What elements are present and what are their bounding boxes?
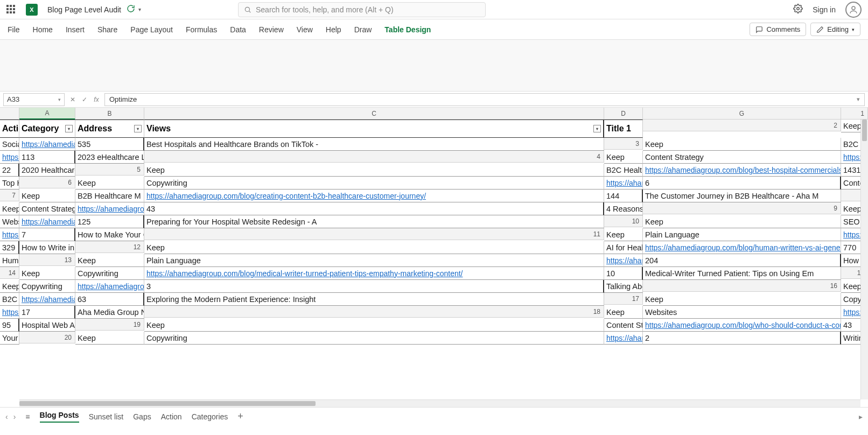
document-name[interactable]: Blog Page Level Audit: [47, 5, 121, 14]
account-avatar[interactable]: [845, 2, 862, 18]
sign-in-link[interactable]: Sign in: [813, 5, 836, 14]
hyperlink[interactable]: https://ahamediagroup.com/blog/writing-s…: [606, 334, 643, 342]
formula-input[interactable]: Optimize ▾: [104, 93, 865, 106]
cell-address[interactable]: https://ahamediagroup.com/blog/how-to-ma…: [0, 228, 19, 241]
cell-action[interactable]: Keep: [0, 202, 19, 215]
cell-action[interactable]: Keep: [144, 319, 604, 332]
sheet-nav-prev-icon[interactable]: ‹: [5, 412, 8, 421]
cell-category[interactable]: Websites: [643, 306, 841, 319]
row-header-3[interactable]: 3: [604, 138, 643, 150]
cell-address[interactable]: https://ahamediagroup.com/blog/hospital-…: [19, 215, 75, 228]
row-header-17[interactable]: 17: [604, 293, 643, 305]
cell-action[interactable]: Keep: [75, 177, 144, 190]
cell-category[interactable]: Content Strategy: [604, 319, 643, 332]
settings-icon[interactable]: [793, 4, 803, 15]
hyperlink[interactable]: https://ahamediagroup.com/blog/content-e…: [606, 179, 643, 187]
cell-category[interactable]: B2C Healthcare M: [604, 164, 643, 177]
tab-help[interactable]: Help: [326, 25, 341, 34]
expand-formula-icon[interactable]: ▾: [857, 96, 860, 103]
cell-category[interactable]: Websites: [0, 215, 19, 228]
tab-data[interactable]: Data: [230, 25, 246, 34]
cell-action[interactable]: Keep: [144, 164, 604, 177]
row-header-10[interactable]: 10: [604, 215, 643, 227]
tab-home[interactable]: Home: [33, 25, 53, 34]
table-header[interactable]: Views▾: [144, 120, 604, 138]
cell-category[interactable]: Social Media: [0, 138, 19, 151]
cell-views[interactable]: 113: [19, 151, 75, 164]
cell-title[interactable]: Human-Written vs. AI-Generated Healthcar…: [0, 254, 19, 267]
cell-views[interactable]: 10: [604, 267, 643, 280]
hyperlink[interactable]: https://ahamediagroup.com/blog/medical-w…: [146, 269, 463, 278]
tab-share[interactable]: Share: [97, 25, 117, 34]
cell-title[interactable]: How to Write in Plain Language - Aha Med…: [19, 241, 75, 254]
row-header-4[interactable]: 4: [144, 151, 604, 163]
cell-category[interactable]: B2B Healthcare M: [75, 190, 144, 202]
row-header-13[interactable]: 13: [19, 254, 75, 266]
fx-icon[interactable]: fx: [92, 95, 101, 104]
hyperlink[interactable]: https://ahamediagroup.com/blog/human-wri…: [645, 243, 841, 252]
cell-title[interactable]: 2023 eHealthcare Leadership Awards - Aha…: [75, 151, 144, 164]
cell-address[interactable]: https://ahamediagroup.com/blog/best-hosp…: [643, 164, 841, 177]
cell-category[interactable]: AI for Healthcare: [604, 241, 643, 254]
chevron-down-icon[interactable]: ▾: [138, 6, 141, 12]
accept-formula-icon[interactable]: ✓: [80, 95, 89, 104]
cell-views[interactable]: 7: [19, 228, 75, 241]
row-header-9[interactable]: 9: [643, 202, 841, 214]
column-header-B[interactable]: B: [75, 108, 144, 120]
cell-title[interactable]: The Customer Journey in B2B Healthcare -…: [643, 190, 841, 202]
hyperlink[interactable]: https://ahamediagroup.com/blog/best-hosp…: [645, 166, 841, 174]
cell-category[interactable]: Copywriting: [75, 267, 144, 280]
cell-views[interactable]: 329: [0, 241, 19, 254]
cell-category[interactable]: Copywriting: [144, 177, 604, 190]
cell-views[interactable]: 535: [75, 138, 144, 151]
cell-action[interactable]: Keep: [643, 215, 841, 228]
row-header-12[interactable]: 12: [75, 241, 144, 253]
hyperlink[interactable]: https://ahamediagroup.com/blog/creating-…: [146, 192, 426, 200]
hyperlink[interactable]: https://ahamediagroup.com/blog/importanc…: [606, 256, 643, 265]
cell-title[interactable]: Exploring the Modern Patient Experience:…: [144, 293, 604, 306]
cell-action[interactable]: Keep: [0, 280, 19, 293]
cell-address[interactable]: https://ahamediagroup.com/blog/importanc…: [604, 254, 643, 267]
cell-title[interactable]: Top Hospital Commercials of the Year - A…: [0, 177, 19, 190]
save-status-icon[interactable]: [127, 4, 135, 15]
name-box[interactable]: A33 ▾: [3, 93, 65, 106]
sheet-tab-categories[interactable]: Categories: [192, 412, 228, 421]
row-header-2[interactable]: 2: [643, 120, 841, 131]
cell-title[interactable]: 2020 Healthcare Internet Hall of Fame In…: [19, 164, 75, 177]
cell-action[interactable]: Keep: [604, 228, 643, 241]
sheet-tab-action[interactable]: Action: [161, 412, 182, 421]
cell-address[interactable]: https://ahamediagroup.com/blog/content-e…: [604, 177, 643, 190]
row-header-1[interactable]: 1: [841, 108, 868, 120]
cell-address[interactable]: https://ahamediagroup.com/blog/10-health…: [19, 138, 75, 151]
cell-views[interactable]: 125: [75, 215, 144, 228]
cell-views[interactable]: 6: [643, 177, 841, 190]
tab-draw[interactable]: Draw: [354, 25, 372, 34]
filter-dropdown-icon[interactable]: ▾: [134, 125, 142, 132]
cell-address[interactable]: https://ahamediagroup.com/blog/2023-ehea…: [0, 151, 19, 164]
cell-action[interactable]: Keep: [643, 138, 841, 151]
comments-button[interactable]: Comments: [750, 23, 806, 36]
cell-views[interactable]: 63: [75, 293, 144, 306]
cell-address[interactable]: https://ahamediagroup.com/blog/todays-pa…: [19, 293, 75, 306]
cell-category[interactable]: B2C Healthcare M: [0, 293, 19, 306]
select-all-corner[interactable]: [0, 108, 19, 120]
tab-table-design[interactable]: Table Design: [384, 25, 431, 34]
cell-views[interactable]: 144: [604, 190, 643, 202]
cell-address[interactable]: https://ahamediagroup.com/blog/creating-…: [144, 190, 604, 202]
row-header-20[interactable]: 20: [19, 332, 75, 343]
cell-action[interactable]: Keep: [643, 293, 841, 306]
sheet-nav-next-icon[interactable]: ›: [13, 412, 16, 421]
table-header[interactable]: Category▾: [19, 120, 75, 138]
cell-action[interactable]: Keep: [19, 267, 75, 280]
row-header-6[interactable]: 6: [19, 177, 75, 188]
cell-views[interactable]: 2: [643, 332, 841, 345]
search-input[interactable]: Search for tools, help, and more (Alt + …: [238, 2, 486, 17]
column-header-G[interactable]: G: [643, 108, 841, 120]
tab-page-layout[interactable]: Page Layout: [130, 25, 173, 34]
sheet-tab-sunset-list[interactable]: Sunset list: [89, 412, 124, 421]
column-header-D[interactable]: D: [604, 108, 643, 120]
tab-insert[interactable]: Insert: [66, 25, 85, 34]
cell-action[interactable]: Keep: [604, 306, 643, 319]
cell-title[interactable]: Medical-Writer Turned Patient: Tips on U…: [643, 267, 841, 280]
horizontal-scrollbar[interactable]: [19, 399, 860, 407]
